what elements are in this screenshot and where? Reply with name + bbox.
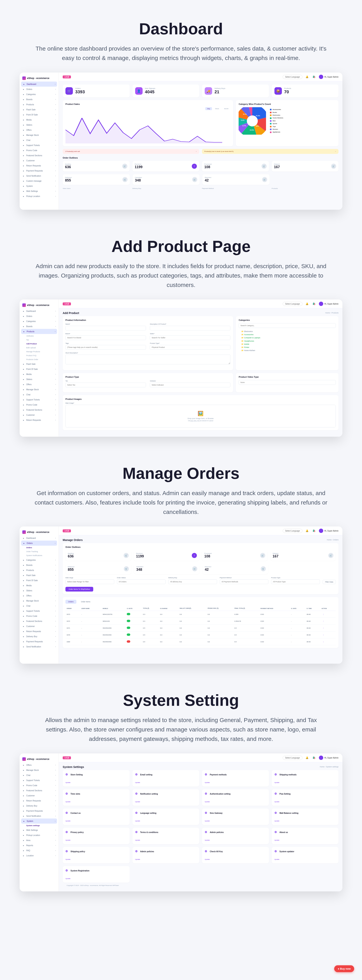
update-link[interactable]: Update	[275, 839, 279, 841]
outline-card[interactable]: Cancelled348🛒	[133, 174, 200, 185]
setting-card[interactable]: ⚙System updatorUpdate	[272, 847, 339, 863]
category-tree-item[interactable]: 📁 Computer & Laptops	[238, 336, 336, 339]
outline-card[interactable]: Awaiting636🛒	[63, 161, 130, 172]
bell-icon[interactable]: 🔔	[305, 528, 310, 533]
setting-card[interactable]: ⚙Email settingUpdate	[132, 770, 199, 786]
sidebar-item[interactable]: ▸Sliders›	[20, 377, 59, 382]
outline-card[interactable]: Returned42🛒	[202, 563, 268, 574]
category-tree-item[interactable]: 📁 Electronics	[238, 330, 336, 333]
sidebar-item[interactable]: ▸Return Requests›	[20, 798, 59, 803]
sidebar-item[interactable]: ▸Manage Stock›	[20, 768, 59, 773]
alert-lowstock[interactable]: Product(s) low in stock! (Low stock limi…	[202, 149, 338, 154]
language-select[interactable]: Select Language	[283, 75, 302, 79]
category-tree-item[interactable]: 📁 Printer	[238, 346, 336, 349]
tab-button[interactable]: Orders	[65, 600, 76, 604]
sidebar-subitem[interactable]: Bulk Upload	[20, 346, 59, 350]
filter-input[interactable]	[271, 579, 320, 584]
alert-soldout[interactable]: 1 Product(s) sold out! →	[63, 149, 199, 154]
tax-select[interactable]	[65, 383, 146, 387]
update-link[interactable]: Update	[135, 839, 140, 841]
action-icon[interactable]: ⋮	[322, 627, 324, 629]
sidebar-item[interactable]: ▸Chat›	[20, 392, 59, 397]
update-link[interactable]: Update	[135, 859, 140, 860]
sidebar-item[interactable]: ▸Chat›	[20, 603, 59, 608]
sidebar-item[interactable]: ▸Delivery Boy›	[20, 634, 59, 639]
sidebar-item[interactable]: ▸Categories›	[20, 92, 59, 97]
sidebar-item[interactable]: ▸Orders›	[20, 87, 59, 92]
outline-card[interactable]: Returned42🛒	[202, 174, 270, 185]
sidebar-item[interactable]: ▸Categories›	[20, 319, 59, 324]
sidebar-subitem[interactable]: Tax	[20, 338, 59, 342]
tab-button[interactable]: Order Items	[78, 600, 93, 604]
table-header[interactable]: D. DATE	[290, 606, 306, 611]
sidebar-item[interactable]: ▸Reports›	[20, 843, 59, 848]
name-input[interactable]	[65, 326, 146, 331]
sidebar-item[interactable]: ▸Chat›	[20, 138, 59, 143]
setting-card[interactable]: ⚙Check All KeyUpdate	[202, 847, 269, 863]
outline-card[interactable]: Awaiting636🛒	[65, 550, 131, 561]
sidebar-item[interactable]: ▸Payment Requests›	[20, 808, 59, 813]
sidebar-item[interactable]: ▸Delivery Boy›	[20, 803, 59, 808]
sidebar-item[interactable]: ▸Featured Sections›	[20, 407, 59, 412]
sidebar-item[interactable]: ▸Custom message›	[20, 178, 59, 183]
stat-card[interactable]: 📦Products70	[272, 84, 339, 97]
setting-card[interactable]: ⚙Shipping methodsUpdate	[272, 770, 339, 786]
table-header[interactable]: TOTAL(₹)	[142, 606, 159, 611]
bell-icon[interactable]: 🔔	[305, 75, 310, 79]
chart-tab[interactable]: Month	[222, 107, 230, 110]
setting-card[interactable]: ⚙Terms & conditionsUpdate	[132, 828, 199, 844]
update-link[interactable]: Update	[135, 801, 140, 803]
update-link[interactable]: Update	[205, 782, 210, 783]
table-header[interactable]: ORDER	[65, 606, 80, 611]
table-header[interactable]: D.CHARGE	[159, 606, 178, 611]
sidebar-item[interactable]: ▸Pickup Location›	[20, 833, 59, 838]
setting-card[interactable]: ⚙Store SettingUpdate	[63, 770, 130, 786]
action-icon[interactable]: ⋮	[322, 620, 324, 622]
sidebar-item[interactable]: ▸Payment Requests›	[20, 639, 59, 644]
setting-card[interactable]: ⚙Authentication settingUpdate	[202, 789, 269, 806]
stat-card[interactable]: 🚚Delivery Boys21	[202, 84, 269, 97]
sidebar-item[interactable]: ▸Brands›	[20, 324, 59, 329]
indicator-select[interactable]	[150, 383, 230, 387]
sidebar-item[interactable]: ▸Promo Code›	[20, 614, 59, 619]
bell-icon[interactable]: 🔔	[305, 301, 310, 306]
action-icon[interactable]: ⋮	[322, 614, 324, 615]
sidebar-item[interactable]: ▸Return Requests›	[20, 629, 59, 634]
filter-button[interactable]: Filter Data	[322, 580, 336, 584]
setting-card[interactable]: ⚙Admin policiesUpdate	[132, 847, 199, 863]
setting-card[interactable]: ⚙Payment methodsUpdate	[202, 770, 269, 786]
category-tree-item[interactable]: 📁 Mobile	[238, 343, 336, 346]
filter-input[interactable]	[65, 579, 114, 584]
table-header[interactable]: MOBILE	[102, 606, 125, 611]
user-menu[interactable]: Hi, Super Admin	[319, 528, 338, 533]
sidebar-item[interactable]: ▸Orders›	[20, 313, 59, 319]
sidebar-item[interactable]: ▸Media›	[20, 583, 59, 588]
filter-input[interactable]	[117, 579, 166, 584]
stat-card[interactable]: 👤New Signups4045	[132, 84, 199, 97]
table-header[interactable]: ACTION	[320, 606, 336, 611]
logo[interactable]: eShop - ecommerce	[20, 75, 59, 81]
sidebar-item[interactable]: ▸Offers›	[20, 127, 59, 132]
table-row[interactable]: 3373-965412207530.30.00.00.00.355COD-09:…	[65, 611, 336, 618]
bell-icon[interactable]: 🔔	[305, 756, 310, 760]
sidebar-item[interactable]: ▸System›	[20, 183, 59, 189]
sidebar-item[interactable]: ▸Promo Code›	[20, 402, 59, 407]
sidebar-item[interactable]: ▸Support Tickets›	[20, 608, 59, 614]
table-header[interactable]: PAYMENT METHOD	[259, 606, 290, 611]
table-header[interactable]: PROMO DISC (₹)	[206, 606, 233, 611]
sidebar-item[interactable]: ▸Send Notification›	[20, 644, 59, 649]
outline-card[interactable]: Cancelled348🛒	[134, 563, 200, 574]
category-tree-item[interactable]: 📁 Headphones	[238, 339, 336, 343]
sidebar-item[interactable]: ▸Return Requests›	[20, 417, 59, 423]
sidebar-item[interactable]: ▸Sliders›	[20, 122, 59, 127]
sidebar-subitem[interactable]: Add Product	[20, 342, 59, 346]
sidebar-item[interactable]: ▸Products›	[20, 102, 59, 107]
sidebar-subitem[interactable]: Products Order	[20, 358, 59, 361]
chart-tab[interactable]: Day	[205, 107, 212, 110]
table-row[interactable]: 3370-99245444500.50.00.00.00.5COD-09:40⋮	[65, 632, 336, 638]
table-header[interactable]: D. TIME	[305, 606, 320, 611]
sidebar-item[interactable]: ▸Promo Code›	[20, 148, 59, 153]
sidebar-item[interactable]: ▸Sliders›	[20, 588, 59, 593]
setting-card[interactable]: ⚙Shipping policyUpdate	[63, 847, 130, 863]
update-link[interactable]: Update	[65, 820, 70, 822]
